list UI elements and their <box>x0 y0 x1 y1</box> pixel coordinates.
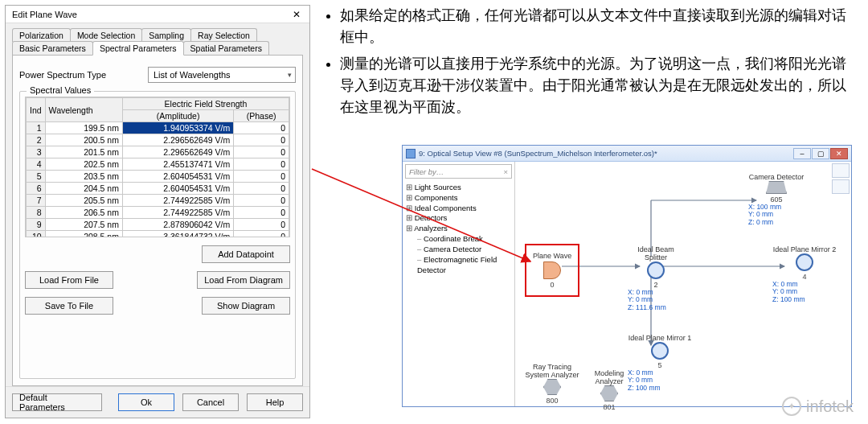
lens-icon <box>651 342 669 360</box>
cell-ind: 5 <box>27 171 46 183</box>
tool-icon[interactable] <box>832 179 850 194</box>
table-row[interactable]: 5203.5 nm2.604054531 V/m0 <box>27 171 289 183</box>
cell-phase[interactable]: 0 <box>234 134 289 146</box>
tree-coordinate-break[interactable]: Coordinate Break <box>406 234 511 245</box>
load-from-diagram-button[interactable]: Load From Diagram <box>197 271 290 289</box>
tab-polarization[interactable]: Polarization <box>12 28 71 42</box>
watermark-text: infotek <box>806 397 854 416</box>
cell-phase[interactable]: 0 <box>234 146 289 158</box>
table-row[interactable]: 9207.5 nm2.878906042 V/m0 <box>27 219 289 231</box>
node-mirror-2[interactable]: Ideal Plane Mirror 2 4 X: 0 mm Y: 0 mm Z… <box>772 245 837 303</box>
cell-amplitude[interactable]: 2.604054531 V/m <box>122 171 233 183</box>
table-row[interactable]: 2200.5 nm2.296562649 V/m0 <box>27 134 289 146</box>
cell-phase[interactable]: 0 <box>234 195 289 207</box>
component-tree[interactable]: Light Sources Components Ideal Component… <box>403 181 514 277</box>
cell-wavelength[interactable]: 205.5 nm <box>45 195 122 207</box>
table-row[interactable]: 8206.5 nm2.744922585 V/m0 <box>27 207 289 219</box>
tool-icon[interactable] <box>832 163 850 178</box>
cell-wavelength[interactable]: 199.5 nm <box>45 122 122 134</box>
chevron-down-icon: ▾ <box>288 71 292 79</box>
save-to-file-button[interactable]: Save To File <box>25 297 113 315</box>
cell-phase[interactable]: 0 <box>234 207 289 219</box>
analyzer-icon <box>543 379 561 395</box>
tab-sampling[interactable]: Sampling <box>141 28 191 42</box>
table-row[interactable]: 1199.5 nm1.940953374 V/m0 <box>27 122 289 134</box>
add-datapoint-button[interactable]: Add Datapoint <box>202 245 290 263</box>
dialog-titlebar: Edit Plane Wave ✕ <box>6 6 309 23</box>
minimize-icon[interactable]: – <box>793 148 811 159</box>
spectral-values-table[interactable]: Ind Wavelength Electric Field Strength (… <box>26 97 289 237</box>
cell-wavelength[interactable]: 208.5 nm <box>45 231 122 238</box>
cell-phase[interactable]: 0 <box>234 158 289 171</box>
cell-ind: 8 <box>27 207 46 219</box>
cell-wavelength[interactable]: 207.5 nm <box>45 219 122 231</box>
tree-em-field-detector[interactable]: Electromagnetic Field Detector <box>406 255 511 276</box>
node-mirror-1[interactable]: Ideal Plane Mirror 1 5 X: 0 mm Y: 0 mm Z… <box>628 334 692 392</box>
cell-amplitude[interactable]: 1.940953374 V/m <box>122 122 233 134</box>
clear-icon[interactable]: × <box>503 167 508 176</box>
wechat-icon: ✦ <box>782 397 801 416</box>
cell-wavelength[interactable]: 203.5 nm <box>45 171 122 183</box>
window-close-icon[interactable]: ✕ <box>830 148 848 159</box>
tree-light-sources[interactable]: Light Sources <box>406 183 511 193</box>
optical-setup-window: 9: Optical Setup View #8 (SunSpectrum_Mi… <box>402 145 852 407</box>
cell-amplitude[interactable]: 2.744922585 V/m <box>122 207 233 219</box>
tab-mode-selection[interactable]: Mode Selection <box>70 28 142 42</box>
setup-canvas[interactable]: Plane Wave 0 Ideal Beam Splitter 2 X: 0 … <box>515 162 851 406</box>
close-icon[interactable]: ✕ <box>289 7 305 22</box>
show-diagram-button[interactable]: Show Diagram <box>202 297 290 315</box>
power-spectrum-type-value: List of Wavelengths <box>154 70 231 80</box>
cell-amplitude[interactable]: 2.744922585 V/m <box>122 195 233 207</box>
cell-wavelength[interactable]: 201.5 nm <box>45 146 122 158</box>
cancel-button[interactable]: Cancel <box>182 393 239 411</box>
cell-wavelength[interactable]: 202.5 nm <box>45 158 122 171</box>
explanation-bullets: 如果给定的格式正确，任何光谱都可以从文本文件中直接读取到光源的编辑对话框中。 测… <box>326 5 856 123</box>
node-dims: X: 0 mm Y: 0 mm Z: 100 mm <box>628 369 692 392</box>
cell-amplitude[interactable]: 2.296562649 V/m <box>122 134 233 146</box>
node-beam-splitter[interactable]: Ideal Beam Splitter 2 X: 0 mm Y: 0 mm Z:… <box>628 245 684 311</box>
table-row[interactable]: 4202.5 nm2.455137471 V/m0 <box>27 158 289 171</box>
tab-spectral-parameters[interactable]: Spectral Parameters <box>92 41 184 56</box>
table-row[interactable]: 6204.5 nm2.604054531 V/m0 <box>27 183 289 195</box>
node-plane-wave[interactable]: Plane Wave 0 <box>530 249 575 292</box>
help-button[interactable]: Help <box>247 393 303 411</box>
table-row[interactable]: 3201.5 nm2.296562649 V/m0 <box>27 146 289 158</box>
cell-ind: 3 <box>27 146 46 158</box>
table-row[interactable]: 10208.5 nm3.361844732 V/m0 <box>27 231 289 238</box>
cell-wavelength[interactable]: 206.5 nm <box>45 207 122 219</box>
cell-wavelength[interactable]: 200.5 nm <box>45 134 122 146</box>
table-row[interactable]: 7205.5 nm2.744922585 V/m0 <box>27 195 289 207</box>
tree-detectors[interactable]: Detectors <box>406 213 511 224</box>
tree-ideal-components[interactable]: Ideal Components <box>406 204 511 214</box>
cell-amplitude[interactable]: 2.604054531 V/m <box>122 183 233 195</box>
load-from-file-button[interactable]: Load From File <box>25 271 113 289</box>
tab-basic-parameters[interactable]: Basic Parameters <box>12 41 93 55</box>
col-wavelength: Wavelength <box>45 98 122 122</box>
ok-button[interactable]: Ok <box>118 393 174 411</box>
cell-ind: 2 <box>27 134 46 146</box>
filter-input[interactable]: Filter by… × <box>405 164 512 179</box>
cell-phase[interactable]: 0 <box>234 231 289 238</box>
tree-components[interactable]: Components <box>406 193 511 204</box>
node-modeling-analyzer[interactable]: Modeling Analyzer 801 <box>581 369 637 411</box>
tab-ray-selection[interactable]: Ray Selection <box>190 28 257 42</box>
tree-camera-detector[interactable]: Camera Detector <box>406 245 511 255</box>
default-parameters-button[interactable]: Default Parameters <box>12 393 102 411</box>
maximize-icon[interactable]: ▢ <box>812 148 829 159</box>
node-rtsa[interactable]: Ray Tracing System Analyzer 800 <box>520 363 584 405</box>
cell-wavelength[interactable]: 204.5 nm <box>45 183 122 195</box>
cell-amplitude[interactable]: 2.878906042 V/m <box>122 219 233 231</box>
dialog-title: Edit Plane Wave <box>12 10 77 19</box>
cell-phase[interactable]: 0 <box>234 219 289 231</box>
power-spectrum-type-select[interactable]: List of Wavelengths ▾ <box>148 67 296 83</box>
cell-phase[interactable]: 0 <box>234 171 289 183</box>
cell-amplitude[interactable]: 2.455137471 V/m <box>122 158 233 171</box>
cell-amplitude[interactable]: 3.361844732 V/m <box>122 231 233 238</box>
node-camera-detector[interactable]: Camera Detector 605 X: 100 mm Y: 0 mm Z:… <box>748 173 805 226</box>
tree-analyzers[interactable]: Analyzers <box>406 224 511 234</box>
cell-phase[interactable]: 0 <box>234 122 289 134</box>
cell-amplitude[interactable]: 2.296562649 V/m <box>122 146 233 158</box>
cell-ind: 1 <box>27 122 46 134</box>
tab-spatial-parameters[interactable]: Spatial Parameters <box>183 41 269 55</box>
cell-phase[interactable]: 0 <box>234 183 289 195</box>
